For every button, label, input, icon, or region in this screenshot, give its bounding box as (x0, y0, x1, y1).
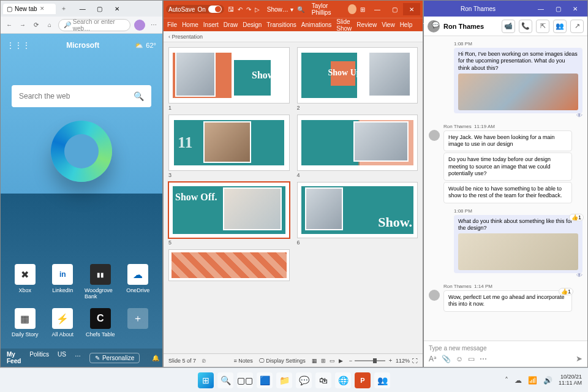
maximize-button[interactable]: ▢ (386, 3, 403, 15)
tray-clock[interactable]: 10/20/21 11:11 AM (559, 374, 582, 386)
ribbon-tab-design[interactable]: Design (243, 21, 262, 28)
personalize-button[interactable]: ✎ Personalize (89, 353, 140, 363)
video-call-icon[interactable]: 📹 (502, 20, 515, 33)
quicklink-daily-story[interactable]: ▦Daily Story (9, 308, 41, 337)
maximize-button[interactable]: ▢ (91, 2, 108, 15)
attach-icon[interactable]: 📎 (442, 355, 451, 363)
slide-thumb-6[interactable]: Show. 6 (297, 182, 418, 246)
more-icon[interactable]: ⋯ (149, 21, 159, 28)
message-image[interactable] (458, 233, 578, 270)
teams-compose-box[interactable]: Type a new message Aᵃ 📎 ☺ ▭ ⋯ ➤ (424, 341, 587, 367)
more-compose-icon[interactable]: ⋯ (480, 355, 487, 363)
forward-icon[interactable]: → (18, 21, 28, 28)
message-bubble[interactable]: Hi Ron, I've been working on some images… (454, 48, 582, 113)
powerpoint-taskbar-icon[interactable]: P (355, 372, 371, 388)
slide-thumb-1[interactable]: Show. 1 (168, 47, 290, 111)
maximize-button[interactable]: ▢ (549, 2, 567, 15)
start-slideshow-icon[interactable]: ▷ (255, 6, 260, 13)
zoom-in-icon[interactable]: ＋ (388, 356, 393, 364)
reading-view-icon[interactable]: ▭ (330, 358, 335, 364)
undo-icon[interactable]: ↶ (238, 6, 243, 13)
start-button[interactable]: ⊞ (198, 372, 214, 388)
sender-avatar[interactable] (429, 290, 440, 301)
reaction-badge[interactable]: 👍1 (569, 214, 584, 221)
search-taskbar-icon[interactable]: 🔍 (217, 372, 233, 388)
send-icon[interactable]: ➤ (576, 354, 582, 363)
quicklink-xbox[interactable]: ✖Xbox (9, 264, 41, 300)
ribbon-tab-help[interactable]: Help (400, 21, 413, 28)
quicklink-add[interactable]: ＋ (123, 308, 154, 337)
close-tab-icon[interactable]: ✕ (40, 6, 45, 12)
feed-tab-more[interactable]: … (75, 351, 81, 364)
quicklink-onedrive[interactable]: ☁OneDrive (123, 264, 154, 300)
message-bubble[interactable]: Hey Jack. We have been looking for a mai… (443, 130, 572, 152)
edge-new-tab-button[interactable]: ＋ (58, 3, 69, 14)
status-lang-icon[interactable]: ⎚ (202, 358, 205, 364)
screen-share-icon[interactable]: ⇱ (536, 20, 549, 33)
minimize-button[interactable]: — (532, 2, 549, 15)
slide-thumb-3[interactable]: 11 3 (168, 115, 290, 178)
feed-tab-politics[interactable]: Politics (29, 351, 49, 364)
back-icon[interactable]: ← (4, 21, 14, 28)
message-bubble[interactable]: Would be nice to have something to be ab… (443, 182, 572, 203)
zoom-out-icon[interactable]: − (349, 358, 352, 364)
quicklink-woodgrove[interactable]: ▮▮Woodgrove Bank (85, 264, 116, 300)
tray-chevron-icon[interactable]: ˄ (505, 376, 508, 385)
message-image[interactable] (458, 74, 578, 110)
onedrive-tray-icon[interactable]: ☁ (514, 376, 522, 385)
quicklink-chefs-table[interactable]: CChefs Table (85, 308, 116, 337)
close-button[interactable]: ✕ (403, 3, 420, 15)
ribbon-tab-file[interactable]: File (167, 21, 177, 28)
fit-to-window-icon[interactable]: ⛶ (412, 358, 418, 364)
edge-tab-newtab[interactable]: ▢ New tab ✕ (3, 4, 56, 14)
share-icon[interactable]: ⇪ (422, 21, 427, 28)
feed-tab-myfeed[interactable]: My Feed (7, 351, 21, 364)
ribbon-tab-transitions[interactable]: Transitions (266, 21, 296, 28)
redo-icon[interactable]: ↷ (246, 6, 251, 13)
user-avatar[interactable] (348, 4, 356, 14)
slide-thumb-2[interactable]: Show Up 2 (297, 47, 418, 111)
task-view-icon[interactable]: ▢▢ (237, 372, 253, 388)
gif-icon[interactable]: ▭ (468, 355, 475, 363)
feed-tab-us[interactable]: US (58, 351, 66, 364)
slide-thumb-7[interactable] (168, 249, 290, 281)
wifi-icon[interactable]: 📶 (528, 376, 537, 385)
ribbon-tab-home[interactable]: Home (182, 21, 198, 28)
message-bubble[interactable]: Wow, perfect! Let me go ahead and incorp… (443, 290, 572, 312)
ribbon-display-icon[interactable]: ⊞ (360, 6, 365, 13)
widgets-icon[interactable]: 🟦 (257, 372, 273, 388)
audio-call-icon[interactable]: 📞 (519, 20, 532, 33)
comments-icon[interactable]: 💬 (432, 21, 439, 28)
ribbon-tab-draw[interactable]: Draw (224, 21, 238, 28)
ribbon-tab-view[interactable]: View (382, 21, 395, 28)
message-bubble[interactable]: What do you think about something like t… (454, 215, 582, 274)
notes-button[interactable]: ≡ Notes (233, 358, 252, 364)
ribbon-tab-review[interactable]: Review (356, 21, 377, 28)
search-icon[interactable]: 🔍 (297, 6, 304, 13)
slide-thumb-4[interactable]: 4 (297, 115, 418, 178)
popout-icon[interactable]: ↗ (570, 20, 584, 33)
reaction-badge[interactable]: 👍1 (559, 288, 573, 295)
chat-icon[interactable]: 💬 (296, 372, 312, 388)
explorer-icon[interactable]: 📁 (276, 372, 292, 388)
autosave-toggle[interactable]: AutoSave On (166, 5, 224, 13)
edge-taskbar-icon[interactable]: 🌐 (335, 372, 351, 388)
close-button[interactable]: ✕ (108, 2, 126, 15)
emoji-icon[interactable]: ☺ (456, 355, 463, 363)
zoom-control[interactable]: − ＋ 112% ⛶ (349, 356, 418, 364)
add-people-icon[interactable]: 👥 (553, 20, 567, 33)
ppt-breadcrumb[interactable]: ‹ Presentation (164, 31, 423, 42)
profile-avatar[interactable] (134, 20, 145, 31)
volume-icon[interactable]: 🔊 (543, 376, 552, 385)
quicklink-linkedin[interactable]: inLinkedIn (47, 264, 79, 300)
teams-message-list[interactable]: 1:08 PM Hi Ron, I've been working on som… (424, 36, 587, 341)
sender-avatar[interactable] (429, 130, 440, 141)
display-settings-button[interactable]: 🖵 Display Settings (259, 358, 306, 364)
ppt-doc-title[interactable]: Show… ▾ (267, 6, 293, 13)
minimize-button[interactable]: — (369, 3, 386, 15)
format-icon[interactable]: Aᵃ (429, 355, 437, 363)
notifications-icon[interactable]: 🔔 (152, 355, 159, 361)
sorter-view-icon[interactable]: ⊞ (321, 358, 326, 364)
minimize-button[interactable]: — (74, 2, 91, 15)
message-bubble[interactable]: Do you have time today before our design… (443, 153, 572, 181)
